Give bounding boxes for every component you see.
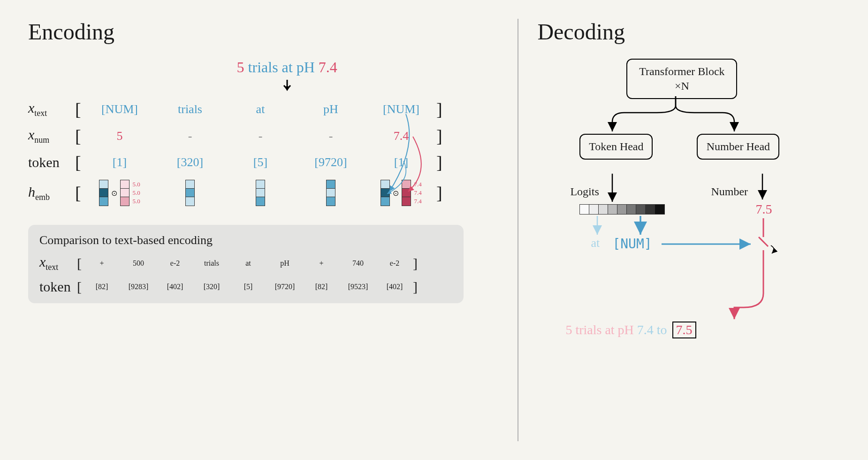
- bracket-close: ]: [436, 127, 446, 145]
- comp-xtext-cell: e-2: [376, 259, 413, 268]
- odot-icon: ⊙: [393, 189, 399, 198]
- token-head-box: Token Head: [579, 134, 653, 160]
- token-cell: [1]: [84, 155, 155, 169]
- logits-label: Logits: [570, 185, 599, 198]
- row-label-xtext: xtext: [28, 100, 75, 118]
- xtext-cell: pH: [296, 102, 366, 116]
- xnum-cell: 5: [84, 129, 155, 143]
- input-phrase: 5 trials at pH 7.4: [75, 59, 499, 76]
- comparison-box: Comparison to text-based encoding xtext …: [28, 225, 464, 303]
- comp-xtext-cell: pH: [266, 259, 303, 268]
- decoding-title: Decoding: [537, 19, 868, 45]
- token-cell: [1]: [366, 155, 436, 169]
- input-text-mid: trials at pH: [244, 59, 319, 76]
- emb-cell: [225, 180, 296, 206]
- comp-token-cell: [9283]: [120, 283, 157, 291]
- row-label-token: token: [28, 154, 75, 170]
- token-cell: [5]: [225, 155, 296, 169]
- encoding-panel: Encoding 5 trials at pH 7.4 xtext [ [NUM…: [28, 19, 518, 441]
- xtext-cell: trials: [155, 102, 225, 116]
- comp-xtext-cell: trials: [193, 259, 230, 268]
- emb-cell: ⊙ 7.47.47.4: [366, 180, 436, 206]
- row-label-xnum: xnum: [28, 127, 75, 145]
- decoding-panel: Decoding Transformer Block ×N Token Head…: [518, 19, 868, 441]
- xnum-cell: -: [296, 129, 366, 143]
- comp-token-cell: [320]: [193, 283, 230, 291]
- emb-cell: ⊙ 5.05.05.0: [84, 180, 155, 206]
- logits-strip: [579, 204, 665, 215]
- number-label: Number: [711, 185, 748, 198]
- bracket-open: [: [75, 184, 84, 202]
- emb-cell: [296, 180, 366, 206]
- comp-xtext-cell: +: [303, 259, 340, 268]
- bracket-open: [: [75, 100, 84, 118]
- bracket-close: ]: [436, 100, 446, 118]
- at-token-label: at: [591, 236, 600, 250]
- comp-token-cell: [9720]: [266, 283, 303, 291]
- comp-token-cell: [402]: [157, 283, 193, 291]
- decoded-output: 5 trials at pH 7.4 to 7.5: [565, 322, 696, 338]
- odot-icon: ⊙: [111, 189, 117, 198]
- row-label-hemb: hemb: [28, 184, 75, 202]
- encoding-grid: xtext [ [NUM] trials at pH [NUM] ] xnum …: [28, 100, 499, 206]
- input-num-1: 5: [237, 59, 244, 76]
- comp-xtext-cell: at: [230, 259, 266, 268]
- comp-row-token: token: [39, 279, 77, 295]
- comp-token-cell: [82]: [84, 283, 120, 291]
- comp-token-cell: [82]: [303, 283, 340, 291]
- transformer-block-box: Transformer Block ×N: [626, 59, 737, 99]
- xtext-cell: [NUM]: [84, 102, 155, 116]
- comp-xtext-cell: 740: [340, 259, 376, 268]
- token-cell: [9720]: [296, 155, 366, 169]
- decoding-diagram: Transformer Block ×N Token Head Number H…: [537, 59, 868, 420]
- bracket-close: ]: [436, 184, 446, 202]
- num-token-label: [NUM]: [612, 236, 652, 252]
- xtext-cell: [NUM]: [366, 102, 436, 116]
- xtext-cell: at: [225, 102, 296, 116]
- comparison-title: Comparison to text-based encoding: [39, 233, 452, 247]
- bracket-open: [: [75, 127, 84, 145]
- comp-token-cell: [9523]: [340, 283, 376, 291]
- comp-token-cell: [402]: [376, 283, 413, 291]
- arrow-down-icon: [75, 80, 499, 95]
- xnum-cell: -: [225, 129, 296, 143]
- comp-row-xtext: xtext: [39, 254, 77, 272]
- xnum-cell: -: [155, 129, 225, 143]
- xnum-cell: 7.4: [366, 129, 436, 143]
- comp-xtext-cell: e-2: [157, 259, 193, 268]
- comp-token-cell: [5]: [230, 283, 266, 291]
- svg-marker-0: [284, 86, 290, 91]
- token-cell: [320]: [155, 155, 225, 169]
- number-output: 7.5: [755, 202, 772, 217]
- encoding-title: Encoding: [28, 19, 499, 45]
- emb-cell: [155, 180, 225, 206]
- bracket-open: [: [75, 153, 84, 171]
- comp-xtext-cell: +: [84, 259, 120, 268]
- number-head-box: Number Head: [697, 134, 779, 160]
- input-num-2: 7.4: [319, 59, 337, 76]
- comp-xtext-cell: 500: [120, 259, 157, 268]
- output-boxed-number: 7.5: [672, 322, 696, 338]
- bracket-close: ]: [436, 153, 446, 171]
